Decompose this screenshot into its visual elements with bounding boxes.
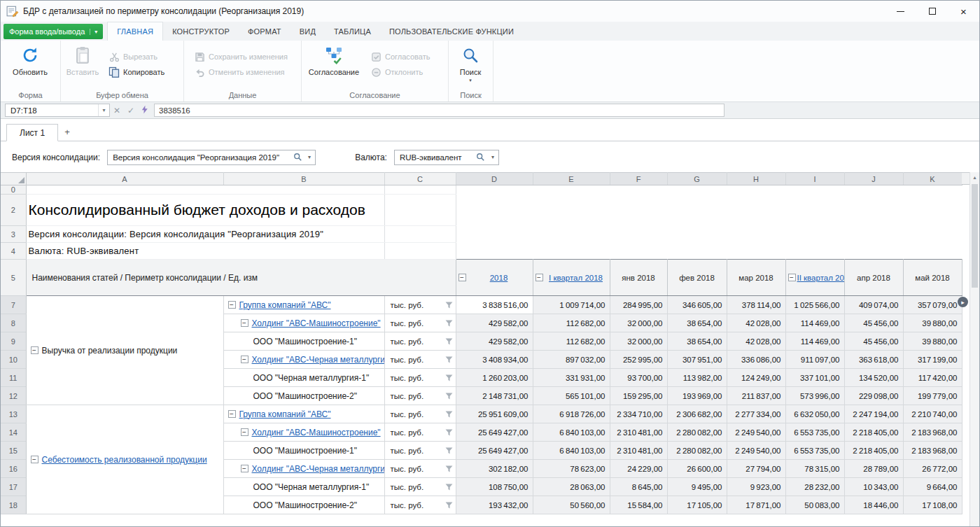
entity-cell[interactable]: ООО "Машиностроение-2" [223, 496, 384, 514]
value-cell[interactable]: 378 114,00 [727, 296, 785, 314]
value-cell[interactable]: 897 032,00 [533, 351, 610, 369]
value-cell[interactable]: 6 840 103,00 [533, 442, 610, 460]
value-cell[interactable]: 337 101,00 [785, 369, 844, 387]
vertical-scrollbar[interactable]: ▲ [969, 172, 979, 526]
cancel-entry-button[interactable]: ✕ [110, 104, 124, 117]
value-cell[interactable]: 117 420,00 [903, 369, 962, 387]
minimize-button[interactable] [885, 1, 916, 22]
entity-label[interactable]: Группа компаний "АВС" [239, 409, 331, 419]
unit-cell[interactable]: тыс. руб. [384, 442, 456, 460]
value-cell[interactable]: 199 779,00 [903, 387, 962, 405]
value-cell[interactable]: 27 794,00 [727, 460, 785, 478]
row-number[interactable]: 14 [1, 423, 26, 442]
value-cell[interactable]: 573 996,00 [785, 387, 844, 405]
value-cell[interactable]: 193 432,00 [456, 496, 533, 514]
value-cell[interactable]: 39 880,00 [903, 332, 962, 351]
add-sheet-button[interactable]: + [58, 123, 76, 141]
value-cell[interactable]: 78 623,00 [533, 460, 610, 478]
entity-cell[interactable]: ООО "Черная металлургия-1" [223, 369, 384, 387]
unit-cell[interactable]: тыс. руб. [384, 405, 456, 423]
entity-cell[interactable]: − Группа компаний "АВС" [223, 405, 384, 423]
value-cell[interactable]: 429 582,00 [456, 314, 533, 332]
filter-icon[interactable] [445, 374, 453, 381]
row-number[interactable]: 3 [1, 226, 26, 243]
value-cell[interactable]: 28 063,00 [533, 478, 610, 496]
filter-icon[interactable] [445, 428, 453, 436]
entity-cell[interactable]: − Холдинг "АВС-Черная металлургия" [223, 460, 384, 478]
value-cell[interactable]: 9 923,00 [727, 478, 785, 496]
maximize-button[interactable] [916, 1, 948, 22]
value-cell[interactable]: 9 664,00 [903, 478, 962, 496]
value-cell[interactable]: 2 277 334,00 [727, 405, 785, 423]
value-cell[interactable]: 2 334 710,00 [610, 405, 667, 423]
row-number[interactable]: 8 [1, 314, 26, 332]
unit-cell[interactable]: тыс. руб. [384, 478, 456, 496]
row-number[interactable]: 18 [1, 496, 26, 514]
search-icon[interactable] [291, 153, 304, 162]
confirm-entry-button[interactable]: ✓ [124, 104, 138, 117]
entity-label[interactable]: Холдинг "АВС-Черная металлургия" [252, 355, 384, 365]
unit-cell[interactable]: тыс. руб. [384, 460, 456, 478]
value-cell[interactable]: 24 229,00 [610, 460, 667, 478]
approval-button[interactable]: Согласование [302, 42, 366, 87]
close-button[interactable]: × [948, 1, 979, 22]
value-cell[interactable]: 429 582,00 [456, 332, 533, 351]
value-cell[interactable]: 911 097,00 [785, 351, 844, 369]
collapse-icon[interactable]: − [536, 274, 543, 281]
filter-icon[interactable] [445, 337, 453, 345]
unit-cell[interactable]: тыс. руб. [384, 387, 456, 405]
value-cell[interactable]: 1 260 203,00 [456, 369, 533, 387]
value-cell[interactable]: 134 520,00 [844, 369, 903, 387]
value-cell[interactable]: 25 951 609,00 [456, 405, 533, 423]
tab-format[interactable]: ФОРМАТ [239, 22, 290, 41]
entity-collapse-icon[interactable]: − [228, 410, 236, 418]
paste-button[interactable]: Вставить [61, 42, 104, 87]
value-cell[interactable]: 108 750,00 [456, 478, 533, 496]
value-cell[interactable]: 2 183 968,00 [903, 442, 962, 460]
value-cell[interactable]: 2 218 405,00 [844, 442, 903, 460]
entity-collapse-icon[interactable]: − [228, 301, 236, 309]
value-cell[interactable]: 28 232,00 [785, 478, 844, 496]
value-cell[interactable]: 211 837,00 [727, 387, 785, 405]
period-label[interactable]: I квартал 2018 [549, 274, 603, 282]
search-icon[interactable] [475, 153, 487, 162]
formula-input[interactable] [154, 104, 724, 117]
row-number[interactable]: 4 [1, 243, 26, 260]
value-cell[interactable]: 78 315,00 [785, 460, 844, 478]
value-cell[interactable]: 6 553 735,00 [785, 442, 844, 460]
column-header[interactable]: H [727, 173, 785, 185]
undo-changes-button[interactable]: Отменить изменения [190, 64, 292, 80]
row-number[interactable]: 12 [1, 387, 26, 405]
column-header[interactable]: J [844, 173, 903, 185]
entity-cell[interactable]: − Холдинг "АВС-Машиностроение" [223, 314, 384, 332]
value-cell[interactable]: 17 871,00 [727, 496, 785, 514]
entity-collapse-icon[interactable]: − [241, 319, 248, 327]
column-header[interactable]: D [456, 173, 533, 185]
scroll-up-button[interactable]: ▲ [970, 172, 979, 183]
filter-icon[interactable] [445, 410, 453, 418]
value-cell[interactable]: 565 101,00 [533, 387, 610, 405]
value-cell[interactable]: 229 098,00 [844, 387, 903, 405]
value-cell[interactable]: 2 280 082,00 [667, 423, 727, 442]
article-label[interactable]: Себестоимость реализованной продукции [42, 455, 207, 465]
value-cell[interactable]: 2 280 082,00 [667, 442, 727, 460]
select-all-corner[interactable] [1, 173, 26, 185]
sheet-tab[interactable]: Лист 1 [6, 124, 58, 141]
filter-icon[interactable] [445, 301, 453, 309]
value-cell[interactable]: 38 654,00 [667, 332, 727, 351]
row-number[interactable]: 10 [1, 351, 26, 369]
currency-line[interactable]: Валюта: RUB-эквивалент [26, 243, 384, 260]
column-header[interactable]: B [223, 173, 384, 185]
row-number[interactable]: 13 [1, 405, 26, 423]
value-cell[interactable]: 42 028,00 [727, 314, 785, 332]
value-cell[interactable]: 6 553 735,00 [785, 423, 844, 442]
value-cell[interactable]: 10 343,00 [844, 478, 903, 496]
entity-cell[interactable]: ООО "Черная металлургия-1" [223, 478, 384, 496]
version-line[interactable]: Версия консолидации: Версия консолидация… [26, 226, 384, 243]
value-cell[interactable]: 25 649 427,00 [456, 442, 533, 460]
entity-label[interactable]: ООО "Черная металлургия-1" [253, 482, 370, 492]
value-cell[interactable]: 8 645,00 [610, 478, 667, 496]
entity-label[interactable]: ООО "Машиностроение-2" [253, 500, 357, 510]
search-button[interactable]: Поиск ▾ [449, 42, 492, 87]
row-number[interactable]: 16 [1, 460, 26, 478]
